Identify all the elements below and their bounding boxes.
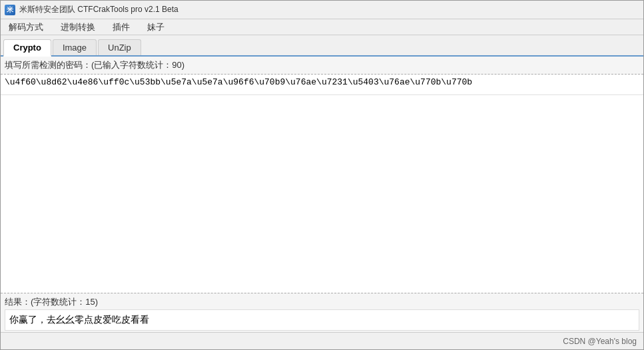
tabs-bar: Crypto Image UnZip — [1, 35, 643, 57]
tab-crypto[interactable]: Crypto — [3, 39, 51, 57]
result-label: 结果：(字符数统计：15) — [5, 296, 639, 308]
menu-item-decode[interactable]: 解码方式 — [3, 20, 49, 35]
title-bar-text: 米斯特安全团队 CTFCrakTools pro v2.1 Beta — [19, 4, 178, 15]
input-label: 填写所需检测的密码：(已输入字符数统计：90) — [5, 59, 639, 71]
footer-text: CSDN @Yeah's blog — [563, 337, 637, 346]
app-window: 米 米斯特安全团队 CTFCrakTools pro v2.1 Beta 解码方… — [0, 0, 644, 350]
password-input-wrapper: \u4f60\u8d62\u4e86\uff0c\u53bb\u5e7a\u5e… — [1, 75, 643, 95]
tab-unzip[interactable]: UnZip — [98, 39, 141, 55]
result-content: 你赢了，去幺幺零点皮爱吃皮看看 — [5, 309, 639, 331]
password-input[interactable]: \u4f60\u8d62\u4e86\uff0c\u53bb\u5e7a\u5e… — [1, 75, 643, 94]
title-bar: 米 米斯特安全团队 CTFCrakTools pro v2.1 Beta — [1, 1, 643, 19]
menu-bar: 解码方式 进制转换 插件 妹子 — [1, 19, 643, 35]
menu-item-plugin[interactable]: 插件 — [107, 20, 135, 35]
menu-item-sister[interactable]: 妹子 — [142, 20, 170, 35]
app-icon: 米 — [5, 5, 15, 15]
footer: CSDN @Yeah's blog — [1, 332, 643, 349]
result-section: 结果：(字符数统计：15) 你赢了，去幺幺零点皮爱吃皮看看 — [1, 293, 643, 332]
menu-item-radix[interactable]: 进制转换 — [55, 20, 101, 35]
tab-image[interactable]: Image — [53, 39, 97, 55]
main-content-area — [1, 95, 643, 293]
input-section: 填写所需检测的密码：(已输入字符数统计：90) — [1, 57, 643, 75]
